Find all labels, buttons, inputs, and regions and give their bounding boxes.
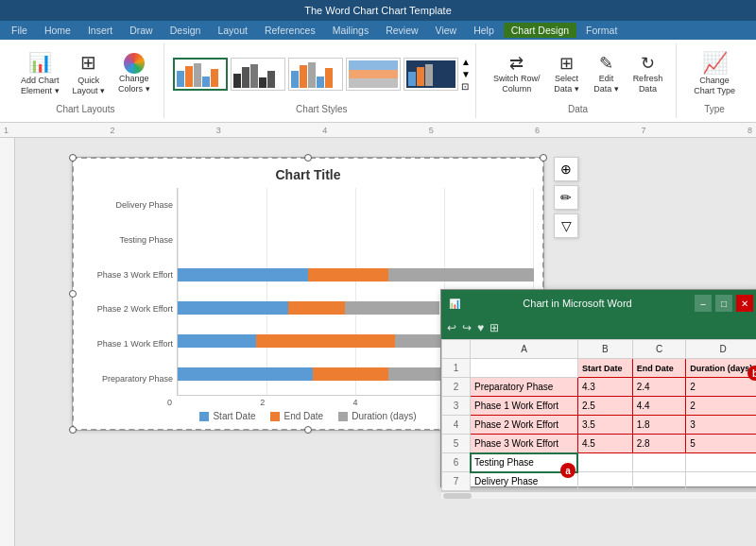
ribbon-group-chart-styles: ▲ ▼ ⊡ Chart Styles [168, 43, 477, 118]
chart-style-4[interactable] [346, 58, 401, 91]
cell-4a[interactable]: Phase 2 Work Effort [471, 416, 578, 435]
col-header-a[interactable]: A [471, 340, 578, 359]
style-scroll-up[interactable]: ▲ [461, 57, 471, 67]
cell-2c[interactable]: 2.4 [632, 378, 686, 397]
add-chart-element-button[interactable]: 📊 Add ChartElement ▾ [15, 47, 65, 100]
cell-4b[interactable]: 3.5 [577, 416, 632, 435]
excel-maximize-button[interactable]: □ [715, 295, 732, 312]
table-row-7: 7 Delivery Phase [442, 472, 757, 491]
tab-layout[interactable]: Layout [210, 23, 255, 38]
excel-minimize-button[interactable]: – [695, 295, 712, 312]
data-group-label: Data [568, 100, 588, 114]
cell-7b[interactable] [577, 472, 632, 491]
legend-start-date-box [199, 412, 209, 421]
col-header-b[interactable]: B [577, 340, 632, 359]
cell-6d[interactable] [686, 453, 756, 472]
style-scroll-down[interactable]: ▼ [461, 69, 471, 79]
edit-data-button[interactable]: ✎ EditData ▾ [588, 49, 626, 98]
cell-1b-start-date[interactable]: Start Date [577, 359, 632, 378]
chart-filters-button[interactable]: ▽ [554, 213, 578, 238]
chart-style-1[interactable] [173, 58, 228, 91]
tab-draw[interactable]: Draw [122, 23, 161, 38]
tab-review[interactable]: Review [378, 23, 425, 38]
tab-design[interactable]: Design [163, 23, 209, 38]
cell-2b[interactable]: 4.3 [577, 378, 632, 397]
cell-1a[interactable] [471, 359, 578, 378]
cell-5d[interactable]: 5 [686, 435, 756, 453]
cell-1c-end-date[interactable]: End Date [632, 359, 686, 378]
excel-close-button[interactable]: ✕ [736, 295, 753, 312]
cell-6c[interactable] [632, 453, 686, 472]
refresh-data-label: RefreshData [633, 74, 663, 94]
cell-3c[interactable]: 4.4 [632, 397, 686, 416]
chart-style-3[interactable] [288, 58, 343, 91]
tab-format[interactable]: Format [578, 23, 625, 38]
cell-2d[interactable]: 2 [686, 378, 756, 397]
bar-phase2-start [178, 301, 288, 315]
badge-a: a [560, 463, 576, 478]
switch-row-column-button[interactable]: ⇄ Switch Row/Column [488, 49, 546, 98]
tab-file[interactable]: File [4, 23, 35, 38]
excel-redo-icon[interactable]: ↪ [462, 321, 472, 334]
handle-ml[interactable] [69, 290, 77, 298]
bar-row-phase3 [178, 266, 534, 283]
cell-5a[interactable]: Phase 3 Work Effort [471, 435, 578, 453]
cell-3b[interactable]: 2.5 [577, 397, 632, 416]
tab-mailings[interactable]: Mailings [325, 23, 377, 38]
legend-duration-box [338, 412, 348, 421]
tab-view[interactable]: View [428, 23, 465, 38]
handle-tm[interactable] [304, 154, 312, 162]
left-ruler [0, 138, 15, 546]
cell-3d[interactable]: 2 [686, 397, 756, 416]
excel-scroll[interactable] [441, 491, 756, 499]
legend-start-date: Start Date [199, 411, 255, 421]
col-header-d[interactable]: D [686, 340, 756, 359]
tab-references[interactable]: References [257, 23, 323, 38]
excel-data-icon[interactable]: ⊞ [490, 321, 499, 334]
cell-5c[interactable]: 2.8 [632, 435, 686, 453]
tab-help[interactable]: Help [466, 23, 502, 38]
chart-style-2[interactable] [231, 58, 285, 91]
y-label-1: Preparatory Phase [82, 374, 173, 384]
legend-start-date-label: Start Date [213, 411, 255, 421]
change-chart-type-button[interactable]: 📈 ChangeChart Type [688, 47, 741, 100]
handle-bm[interactable] [304, 426, 312, 434]
excel-heart-icon[interactable]: ♥ [477, 321, 484, 334]
cell-7d[interactable] [686, 472, 756, 491]
tab-home[interactable]: Home [37, 23, 78, 38]
change-colors-button[interactable]: ChangeColors ▾ [112, 49, 156, 98]
y-axis-labels: Delivery Phase Testing Phase Phase 3 Wor… [82, 188, 177, 396]
style-expand[interactable]: ⊡ [461, 81, 471, 92]
handle-bl[interactable] [69, 426, 77, 434]
cell-4c[interactable]: 1.8 [632, 416, 686, 435]
tab-chart-design[interactable]: Chart Design [504, 23, 576, 38]
excel-grid: A B C D 1 Start Date End Date Duration [441, 339, 756, 491]
cell-3a[interactable]: Phase 1 Work Effort [471, 397, 578, 416]
refresh-data-button[interactable]: ↻ RefreshData [627, 49, 669, 98]
chart-elements-button[interactable]: ⊕ [554, 157, 578, 181]
handle-tr[interactable] [540, 154, 547, 162]
cell-4d[interactable]: 3 [686, 416, 756, 435]
cell-6b[interactable] [577, 453, 632, 472]
quick-layout-button[interactable]: ⊞ QuickLayout ▾ [67, 47, 112, 100]
handle-tl[interactable] [69, 154, 77, 162]
y-label-4: Phase 3 Work Effort [82, 270, 173, 280]
excel-scrollbar-thumb[interactable] [443, 493, 472, 499]
row-num-2: 2 [442, 378, 471, 397]
col-header-c[interactable]: C [632, 340, 686, 359]
select-data-button[interactable]: ⊞ SelectData ▾ [548, 49, 586, 98]
chart-layouts-label: Chart Layouts [56, 100, 114, 114]
cell-2a[interactable]: Preparatory Phase [471, 378, 578, 397]
cell-7c[interactable] [632, 472, 686, 491]
excel-undo-icon[interactable]: ↩ [447, 321, 456, 334]
tab-insert[interactable]: Insert [80, 23, 120, 38]
badge-b: b [747, 366, 756, 381]
add-chart-element-label: Add ChartElement ▾ [21, 76, 60, 96]
chart-styles-button[interactable]: ✏ [554, 185, 578, 210]
ruler: 12345 678 [0, 123, 756, 138]
legend-end-date: End Date [270, 411, 323, 421]
chart-style-5[interactable] [404, 58, 458, 91]
cell-1d-duration[interactable]: Duration (days) [686, 359, 756, 378]
cell-5b[interactable]: 4.5 [577, 435, 632, 453]
chart-title[interactable]: Chart Title [73, 158, 543, 188]
